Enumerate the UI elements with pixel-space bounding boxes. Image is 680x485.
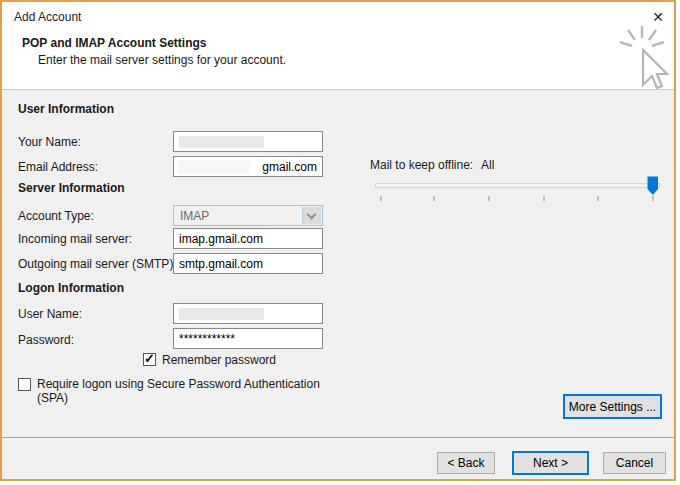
redacted-text (179, 136, 264, 148)
redacted-text (179, 308, 264, 320)
spa-checkbox[interactable] (18, 378, 31, 391)
email-address-label: Email Address: (18, 160, 98, 174)
spa-label-line2: (SPA) (37, 391, 320, 405)
section-server-information: Server Information (18, 181, 125, 195)
cancel-button[interactable]: Cancel (603, 452, 666, 474)
slider-thumb[interactable] (647, 176, 659, 196)
remember-password-checkbox[interactable]: ✓ (143, 353, 156, 366)
account-type-label: Account Type: (18, 209, 94, 223)
password-input[interactable]: ************ (173, 328, 323, 349)
click-cursor-icon (612, 24, 672, 92)
email-domain-text: gmail.com (262, 160, 317, 174)
account-type-dropdown[interactable]: IMAP (173, 205, 323, 226)
outgoing-server-label: Outgoing mail server (SMTP): (18, 257, 177, 271)
user-name-label: User Name: (18, 307, 82, 321)
redacted-text (178, 160, 250, 174)
incoming-server-input[interactable]: imap.gmail.com (173, 228, 323, 249)
next-button[interactable]: Next > (512, 451, 589, 475)
back-button[interactable]: < Back (437, 452, 495, 474)
spa-label-line1: Require logon using Secure Password Auth… (37, 377, 320, 391)
incoming-server-value: imap.gmail.com (179, 232, 263, 246)
account-type-value: IMAP (180, 209, 209, 223)
password-label: Password: (18, 333, 74, 347)
mail-offline-value: All (481, 158, 494, 172)
incoming-server-label: Incoming mail server: (18, 232, 132, 246)
section-user-information: User Information (18, 102, 114, 116)
dropdown-arrow-button[interactable] (302, 207, 321, 224)
your-name-input[interactable] (173, 131, 323, 152)
check-icon: ✓ (144, 351, 155, 366)
user-name-input[interactable] (173, 303, 323, 324)
slider-track[interactable] (375, 183, 660, 188)
mail-offline-label: Mail to keep offline: (370, 158, 473, 172)
mail-offline-slider[interactable] (375, 176, 663, 204)
page-title: POP and IMAP Account Settings (22, 36, 206, 50)
password-masked-value: ************ (179, 332, 235, 346)
email-address-input[interactable]: gmail.com (173, 156, 323, 177)
your-name-label: Your Name: (18, 135, 81, 149)
remember-password-label[interactable]: Remember password (162, 353, 276, 367)
add-account-dialog: Add Account ✕ POP and IMAP Account Setti… (0, 0, 676, 481)
more-settings-button[interactable]: More Settings ... (563, 394, 662, 419)
section-logon-information: Logon Information (18, 281, 124, 295)
chevron-down-icon (307, 210, 317, 220)
window-title: Add Account (14, 10, 81, 24)
spa-label[interactable]: Require logon using Secure Password Auth… (37, 377, 320, 405)
outgoing-server-input[interactable]: smtp.gmail.com (173, 253, 323, 274)
outgoing-server-value: smtp.gmail.com (179, 257, 263, 271)
page-subtitle: Enter the mail server settings for your … (38, 53, 286, 67)
